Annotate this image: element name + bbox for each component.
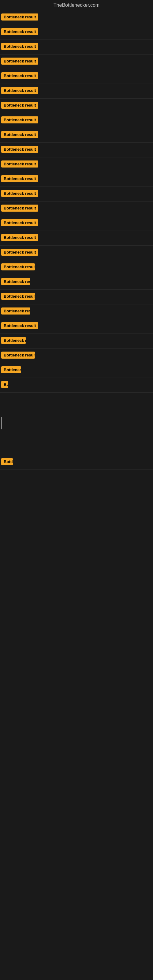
bottleneck-badge[interactable]: Bottleneck result: [1, 102, 38, 109]
bottleneck-badge[interactable]: Bottleneck result: [1, 307, 30, 315]
list-item: Bottleneck result: [0, 348, 153, 363]
list-item: Bottleneck result: [0, 455, 153, 470]
list-item: Bottleneck result: [0, 231, 153, 246]
bar-row: [0, 414, 153, 434]
bottleneck-badge[interactable]: Bottleneck result: [1, 278, 30, 285]
list-item: Bottleneck result: [0, 202, 153, 216]
bottleneck-badge[interactable]: Bottleneck result: [1, 146, 38, 153]
list-item: Bottleneck result: [0, 378, 153, 393]
bottleneck-badge[interactable]: Bottleneck result: [1, 43, 38, 50]
spacer-row: [0, 393, 153, 414]
bottleneck-badge[interactable]: Bottleneck result: [1, 263, 35, 270]
list-item: Bottleneck result: [0, 54, 153, 69]
bottleneck-badge[interactable]: Bottleneck result: [1, 116, 38, 123]
bottleneck-badge[interactable]: Bottleneck result: [1, 131, 38, 138]
list-item: Bottleneck result: [0, 290, 153, 304]
bottleneck-badge[interactable]: Bottleneck result: [1, 175, 38, 182]
list-item: Bottleneck result: [0, 260, 153, 275]
bottleneck-badge[interactable]: Bottleneck result: [1, 249, 38, 256]
bottleneck-badge[interactable]: Bottleneck result: [1, 381, 8, 388]
list-item: Bottleneck result: [0, 246, 153, 260]
bottleneck-badge[interactable]: Bottleneck result: [1, 57, 38, 65]
spacer-row: [0, 434, 153, 455]
list-item: Bottleneck result: [0, 319, 153, 334]
site-title: TheBottlenecker.com: [0, 0, 153, 10]
list-item: Bottleneck result: [0, 69, 153, 84]
list-item: Bottleneck result: [0, 334, 153, 348]
list-item: Bottleneck result: [0, 113, 153, 128]
list-item: Bottleneck result: [0, 25, 153, 40]
empty-footer: [0, 470, 153, 654]
bottleneck-badge[interactable]: Bottleneck result: [1, 28, 38, 35]
bottleneck-badge[interactable]: Bottleneck result: [1, 322, 38, 329]
bottleneck-badge[interactable]: Bottleneck result: [1, 72, 38, 79]
bottleneck-badge[interactable]: Bottleneck result: [1, 190, 38, 197]
list-item: Bottleneck result: [0, 304, 153, 319]
bottleneck-badge[interactable]: Bottleneck result: [1, 366, 21, 373]
list-item: Bottleneck result: [0, 216, 153, 231]
list-item: Bottleneck result: [0, 10, 153, 25]
list-item: Bottleneck result: [0, 99, 153, 113]
list-item: Bottleneck result: [0, 158, 153, 172]
bottleneck-badge[interactable]: Bottleneck result: [1, 13, 38, 21]
page-wrapper: TheBottlenecker.com Bottleneck result Bo…: [0, 0, 153, 654]
bottleneck-badge[interactable]: Bottleneck result: [1, 234, 38, 241]
list-item: Bottleneck result: [0, 143, 153, 158]
bottleneck-badge[interactable]: Bottleneck result: [1, 337, 26, 344]
list-item: Bottleneck result: [0, 128, 153, 143]
site-header: TheBottlenecker.com: [0, 0, 153, 10]
list-item: Bottleneck result: [0, 40, 153, 54]
list-item: Bottleneck result: [0, 84, 153, 99]
vertical-bar: [1, 417, 2, 430]
bottleneck-badge[interactable]: Bottleneck result: [1, 219, 38, 226]
list-item: Bottleneck result: [0, 275, 153, 290]
bottleneck-badge[interactable]: Bottleneck result: [1, 352, 35, 359]
bottleneck-badge[interactable]: Bottleneck result: [1, 87, 38, 94]
bottleneck-badge[interactable]: Bottleneck result: [1, 458, 13, 465]
bottleneck-badge[interactable]: Bottleneck result: [1, 293, 35, 300]
list-item: Bottleneck result: [0, 187, 153, 202]
list-item: Bottleneck result: [0, 172, 153, 187]
bottleneck-badge[interactable]: Bottleneck result: [1, 205, 38, 212]
list-item: Bottleneck result: [0, 363, 153, 378]
bottleneck-badge[interactable]: Bottleneck result: [1, 161, 38, 167]
